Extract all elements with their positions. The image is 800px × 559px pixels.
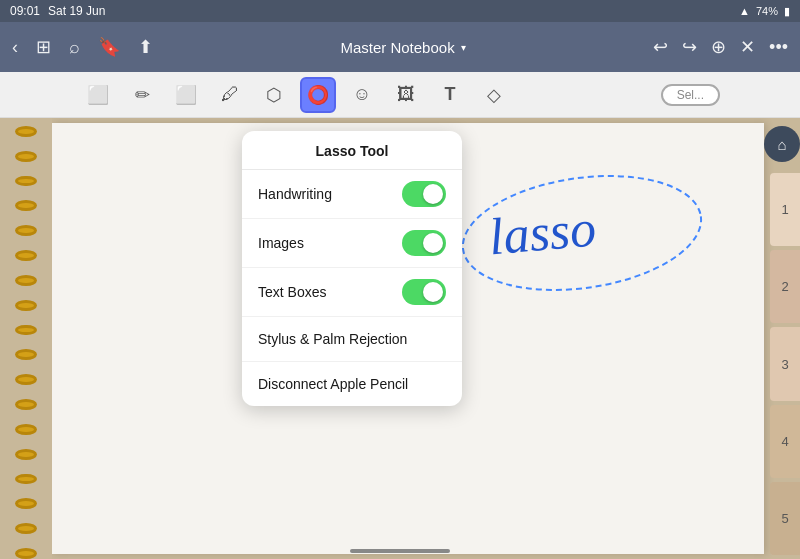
ruler-tool[interactable]: ◇: [476, 77, 512, 113]
eraser-icon: ⬜: [175, 84, 197, 106]
tab-item-1[interactable]: 1: [770, 173, 800, 246]
close-button[interactable]: ✕: [740, 36, 755, 58]
bookmark-button[interactable]: 🔖: [98, 36, 120, 58]
stylus-label: Stylus & Palm Rejection: [258, 331, 407, 347]
textboxes-label: Text Boxes: [258, 284, 326, 300]
spiral-ring: [15, 151, 37, 162]
spiral-ring: [15, 474, 37, 485]
tab-item-4[interactable]: 4: [770, 405, 800, 478]
status-right: ▲ 74% ▮: [739, 5, 790, 18]
handwriting-label: Handwriting: [258, 186, 332, 202]
spiral-ring: [15, 424, 37, 435]
main-toolbar: ‹ ⊞ ⌕ 🔖 ⬆ Master Notebook ▾ ↩ ↪ ⊕ ✕ •••: [0, 22, 800, 72]
stylus-option[interactable]: Stylus & Palm Rejection: [242, 317, 462, 362]
spiral-ring: [15, 523, 37, 534]
spiral-ring: [15, 325, 37, 336]
toolbar-left: ‹ ⊞ ⌕ 🔖 ⬆: [12, 36, 153, 58]
shapes-icon: ⬡: [266, 84, 282, 106]
spiral-ring: [15, 225, 37, 236]
home-icon: ⌂: [777, 136, 786, 153]
spiral-ring: [15, 200, 37, 211]
lasso-popup-title: Lasso Tool: [242, 131, 462, 170]
images-option[interactable]: Images: [242, 219, 462, 268]
tab-label-1: 1: [781, 202, 788, 217]
more-button[interactable]: •••: [769, 37, 788, 58]
tab-label-2: 2: [781, 279, 788, 294]
selector-icon: ⬜: [87, 84, 109, 106]
svg-text:lasso: lasso: [487, 199, 598, 265]
pencil-icon: ✏: [135, 84, 150, 106]
tab-item-3[interactable]: 3: [770, 327, 800, 400]
toolbar-right: ↩ ↪ ⊕ ✕ •••: [653, 36, 788, 58]
redo-button[interactable]: ↪: [682, 36, 697, 58]
pencil-tool[interactable]: ✏: [124, 77, 160, 113]
spiral-ring: [15, 548, 37, 559]
textboxes-option[interactable]: Text Boxes: [242, 268, 462, 317]
notebook-title[interactable]: Master Notebook: [340, 39, 454, 56]
spiral-ring: [15, 349, 37, 360]
tab-label-4: 4: [781, 434, 788, 449]
images-toggle[interactable]: [402, 230, 446, 256]
date: Sat 19 Jun: [48, 4, 105, 18]
disconnect-label: Disconnect Apple Pencil: [258, 376, 408, 392]
handwriting-toggle[interactable]: [402, 181, 446, 207]
wifi-icon: ▲: [739, 5, 750, 17]
spiral-ring: [15, 449, 37, 460]
emoji-tool[interactable]: ☺: [344, 77, 380, 113]
emoji-icon: ☺: [353, 84, 371, 105]
title-dropdown-icon[interactable]: ▾: [461, 42, 466, 53]
spiral-ring: [15, 250, 37, 261]
spiral-ring: [15, 399, 37, 410]
battery-percent: 74%: [756, 5, 778, 17]
status-left: 09:01 Sat 19 Jun: [10, 4, 105, 18]
handwriting-option[interactable]: Handwriting: [242, 170, 462, 219]
spiral-ring: [15, 176, 37, 187]
notebook-area: lasso Lasso Tool Handwriting Images Text…: [0, 118, 800, 559]
tab-label-3: 3: [781, 357, 788, 372]
image-tool[interactable]: 🖼: [388, 77, 424, 113]
grid-button[interactable]: ⊞: [36, 36, 51, 58]
eraser-tool[interactable]: ⬜: [168, 77, 204, 113]
page-area: lasso Lasso Tool Handwriting Images Text…: [52, 123, 764, 554]
drawing-toolbar: ⬜ ✏ ⬜ 🖊 ⬡ ⭕ ☺ 🖼 T ◇ Sel...: [0, 72, 800, 118]
time: 09:01: [10, 4, 40, 18]
spiral-ring: [15, 275, 37, 286]
shapes-tool[interactable]: ⬡: [256, 77, 292, 113]
right-tabs: 1 2 3 4 5: [764, 118, 800, 559]
home-indicator: [350, 549, 450, 553]
tab-item-2[interactable]: 2: [770, 250, 800, 323]
highlighter-icon: 🖊: [221, 84, 239, 105]
lasso-popup: Lasso Tool Handwriting Images Text Boxes…: [242, 131, 462, 406]
text-tool[interactable]: T: [432, 77, 468, 113]
lasso-tool[interactable]: ⭕: [300, 77, 336, 113]
spiral-ring: [15, 126, 37, 137]
spiral-binding: [0, 118, 52, 559]
add-button[interactable]: ⊕: [711, 36, 726, 58]
spiral-ring: [15, 300, 37, 311]
select-button[interactable]: Sel...: [661, 84, 720, 106]
spiral-ring: [15, 374, 37, 385]
home-nav-button[interactable]: ⌂: [764, 126, 800, 162]
share-button[interactable]: ⬆: [138, 36, 153, 58]
undo-button[interactable]: ↩: [653, 36, 668, 58]
lasso-icon: ⭕: [307, 84, 329, 106]
textboxes-toggle[interactable]: [402, 279, 446, 305]
disconnect-option[interactable]: Disconnect Apple Pencil: [242, 362, 462, 406]
toolbar-center: Master Notebook ▾: [340, 39, 465, 56]
images-label: Images: [258, 235, 304, 251]
ruler-icon: ◇: [487, 84, 501, 106]
search-button[interactable]: ⌕: [69, 37, 80, 58]
lasso-drawing: lasso: [434, 143, 714, 303]
image-icon: 🖼: [397, 84, 415, 105]
battery-icon: ▮: [784, 5, 790, 18]
status-bar: 09:01 Sat 19 Jun ▲ 74% ▮: [0, 0, 800, 22]
text-icon: T: [445, 84, 456, 105]
spiral-ring: [15, 498, 37, 509]
highlighter-tool[interactable]: 🖊: [212, 77, 248, 113]
back-button[interactable]: ‹: [12, 37, 18, 58]
tab-item-5[interactable]: 5: [770, 482, 800, 555]
selector-tool[interactable]: ⬜: [80, 77, 116, 113]
tab-label-5: 5: [781, 511, 788, 526]
